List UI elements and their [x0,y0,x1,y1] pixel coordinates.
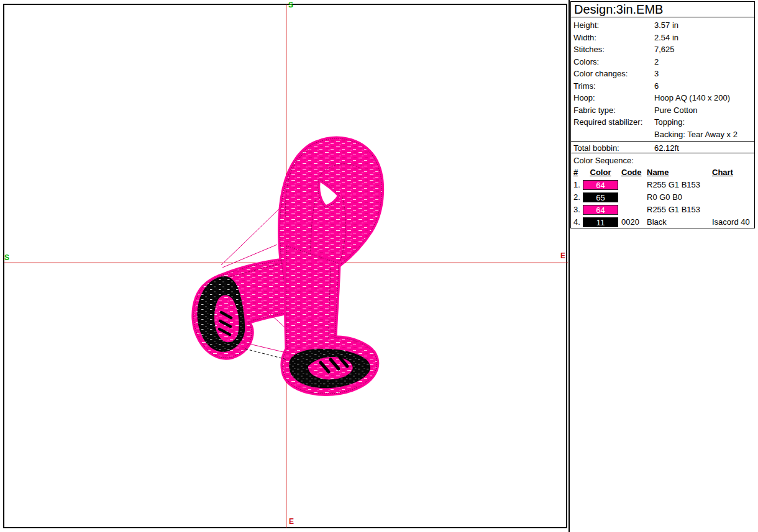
info-row: Color changes:3 [571,68,754,80]
thread-color-swatch[interactable]: 64 [583,205,618,215]
end-marker-right: E [560,252,565,259]
info-separator [571,141,754,142]
thread-color-swatch[interactable]: 65 [583,192,618,202]
color-sequence-section: Color Sequence: # Color Code Name Chart … [570,153,755,228]
design-properties: Height:3.57 in Width:2.54 in Stitches:7,… [570,17,755,153]
info-row: Hoop:Hoop AQ (140 x 200) [571,92,754,104]
color-sequence-row: 2. 65 R0 G0 B0 [571,191,754,204]
thread-color-swatch[interactable]: 11 [583,217,618,227]
color-sequence-title: Color Sequence: [571,155,754,166]
ribbon-front-piece [283,246,377,394]
info-row: Stitches:7,625 [571,43,754,56]
embroidery-design-preview[interactable] [186,132,391,400]
info-row: Required stabilizer:Topping: [571,116,754,128]
color-sequence-row: 3. 64 R255 G1 B153 [571,204,754,216]
design-title: Design:3in.EMB [570,1,755,17]
info-row: Trims:6 [571,80,754,92]
end-marker-bottom: E [289,518,294,525]
info-row: Colors:2 [571,56,754,68]
info-row: Backing: Tear Away x 2 [571,128,754,141]
embroidery-viewer-window: S S E E [0,0,758,532]
color-sequence-row: 4. 11 0020 Black Isacord 40 [571,216,754,228]
design-canvas[interactable]: S S E E [0,0,568,532]
color-sequence-row: 1. 64 R255 G1 B153 [571,179,754,191]
thread-color-swatch[interactable]: 64 [583,180,618,190]
info-row: Width:2.54 in [571,32,754,44]
design-info-panel: Design:3in.EMB Height:3.57 in Width:2.54… [568,0,758,532]
info-row: Fabric type:Pure Cotton [571,104,754,117]
start-marker-top: S [288,1,293,9]
info-row: Height:3.57 in [571,19,754,32]
start-marker-left: S [4,254,9,261]
color-sequence-header: # Color Code Name Chart [571,166,754,179]
